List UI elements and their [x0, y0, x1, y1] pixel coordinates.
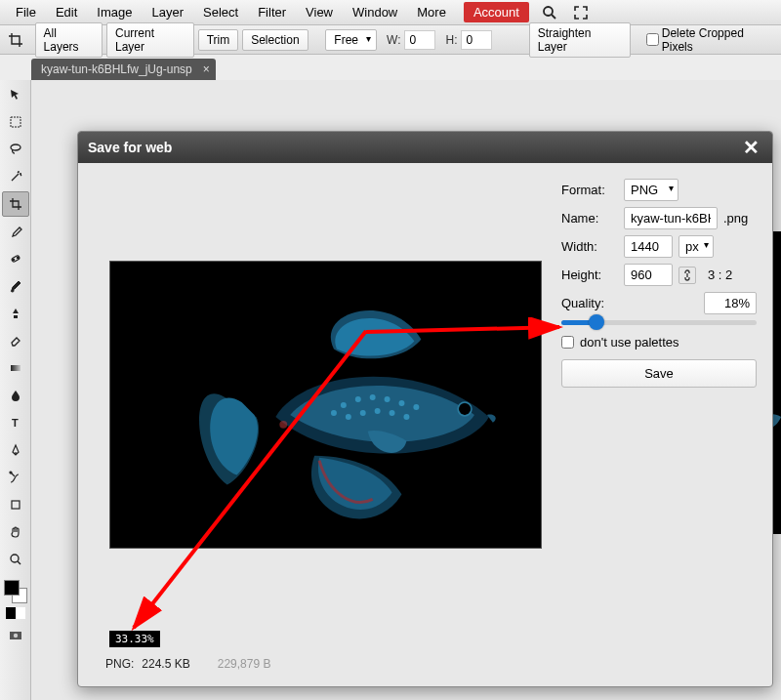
- menu-edit[interactable]: Edit: [46, 1, 87, 23]
- file-bytes: 229,879 B: [218, 657, 271, 671]
- svg-point-19: [370, 394, 376, 400]
- svg-point-20: [385, 396, 390, 402]
- svg-point-10: [10, 472, 12, 474]
- document-tab[interactable]: kyaw-tun-k6BHLfw_jUg-unsp ×: [31, 59, 216, 80]
- format-select[interactable]: PNG: [624, 179, 678, 201]
- height-input[interactable]: [624, 264, 673, 286]
- export-panel: Format: PNG Name: .png Width: px Height:…: [561, 179, 757, 388]
- image-preview[interactable]: [109, 261, 542, 549]
- svg-rect-7: [14, 315, 18, 318]
- name-extension: .png: [723, 211, 748, 226]
- move-tool[interactable]: [2, 82, 29, 107]
- menu-select[interactable]: Select: [193, 1, 248, 23]
- svg-rect-8: [11, 365, 21, 371]
- link-aspect-icon[interactable]: [678, 267, 696, 284]
- svg-point-15: [13, 634, 17, 638]
- heal-tool[interactable]: [2, 246, 29, 271]
- delete-cropped-input[interactable]: [646, 33, 659, 46]
- file-size: 224.5 KB: [142, 657, 189, 671]
- height-label: Height:: [561, 268, 618, 282]
- svg-point-22: [413, 404, 419, 410]
- quality-input[interactable]: [704, 292, 757, 314]
- menu-file[interactable]: File: [6, 1, 46, 23]
- save-button[interactable]: Save: [561, 359, 757, 388]
- svg-point-6: [17, 257, 18, 258]
- menu-layer[interactable]: Layer: [143, 1, 194, 23]
- selection-button[interactable]: Selection: [242, 29, 308, 51]
- quality-slider[interactable]: [561, 320, 757, 325]
- quality-slider-thumb[interactable]: [589, 314, 604, 330]
- menu-view[interactable]: View: [296, 1, 343, 23]
- svg-point-26: [390, 410, 395, 416]
- aspect-ratio: 3 : 2: [708, 268, 732, 282]
- mini-swatch[interactable]: [6, 607, 25, 619]
- menu-more[interactable]: More: [407, 1, 456, 23]
- foreground-color[interactable]: [4, 580, 20, 596]
- account-button[interactable]: Account: [464, 2, 529, 22]
- eraser-tool[interactable]: [2, 328, 29, 353]
- crop-width-input[interactable]: [404, 30, 435, 50]
- name-input[interactable]: [624, 207, 718, 229]
- tab-bar: kyaw-tun-k6BHLfw_jUg-unsp ×: [0, 55, 781, 80]
- format-label: Format:: [561, 183, 618, 197]
- menu-filter[interactable]: Filter: [248, 1, 296, 23]
- svg-point-12: [11, 555, 19, 562]
- all-layers-button[interactable]: All Layers: [35, 22, 103, 58]
- search-icon[interactable]: [539, 2, 560, 23]
- wand-tool[interactable]: [2, 164, 29, 189]
- file-format: PNG:: [105, 657, 134, 671]
- width-label: W:: [387, 33, 400, 47]
- zoom-tool[interactable]: [2, 547, 29, 572]
- color-swatches[interactable]: [4, 580, 27, 603]
- svg-point-28: [331, 410, 337, 416]
- current-layer-button[interactable]: Current Layer: [106, 22, 194, 58]
- svg-point-27: [403, 414, 409, 420]
- width-label: Width:: [561, 239, 618, 254]
- clone-tool[interactable]: [2, 301, 29, 326]
- svg-line-1: [552, 15, 555, 19]
- dialog-titlebar[interactable]: Save for web ✕: [78, 132, 772, 163]
- svg-point-0: [544, 7, 553, 16]
- width-input[interactable]: [624, 235, 673, 258]
- crop-height-input[interactable]: [461, 30, 492, 50]
- gradient-tool[interactable]: [2, 355, 29, 381]
- quality-label: Quality:: [561, 296, 618, 310]
- type-tool[interactable]: T: [2, 410, 29, 435]
- brush-tool[interactable]: [2, 273, 29, 299]
- quickmask-tool[interactable]: [2, 623, 29, 648]
- zoom-level[interactable]: 33.33%: [109, 631, 160, 647]
- file-info: PNG: 224.5 KB 229,879 B: [105, 657, 270, 671]
- svg-point-5: [13, 259, 14, 260]
- fullscreen-icon[interactable]: [570, 2, 592, 23]
- palette-checkbox[interactable]: [561, 336, 574, 349]
- menu-window[interactable]: Window: [343, 1, 407, 23]
- marquee-tool[interactable]: [2, 109, 29, 135]
- tab-close-icon[interactable]: ×: [203, 62, 210, 76]
- eyedropper-tool[interactable]: [2, 219, 29, 244]
- crop-tool[interactable]: [2, 191, 29, 217]
- svg-point-25: [375, 408, 381, 414]
- trim-button[interactable]: Trim: [198, 29, 239, 51]
- ratio-select[interactable]: Free: [325, 29, 377, 51]
- hand-tool[interactable]: [2, 519, 29, 545]
- name-label: Name:: [561, 211, 618, 226]
- svg-line-13: [18, 561, 21, 564]
- blur-tool[interactable]: [2, 383, 29, 408]
- crop-icon: [6, 30, 25, 50]
- svg-rect-2: [11, 117, 21, 127]
- svg-rect-11: [12, 501, 20, 509]
- svg-rect-4: [11, 255, 20, 262]
- path-tool[interactable]: [2, 465, 29, 490]
- menu-image[interactable]: Image: [87, 1, 142, 23]
- height-label: H:: [445, 33, 457, 47]
- svg-point-30: [459, 403, 471, 415]
- svg-point-23: [346, 414, 351, 420]
- straighten-button[interactable]: Straighten Layer: [529, 22, 631, 58]
- dialog-close-button[interactable]: ✕: [739, 136, 762, 159]
- delete-cropped-checkbox[interactable]: Delete Cropped Pixels: [646, 26, 775, 54]
- left-toolbar: T: [0, 80, 31, 700]
- pen-tool[interactable]: [2, 437, 29, 463]
- width-unit-select[interactable]: px: [678, 235, 714, 258]
- lasso-tool[interactable]: [2, 137, 29, 162]
- shape-tool[interactable]: [2, 492, 29, 517]
